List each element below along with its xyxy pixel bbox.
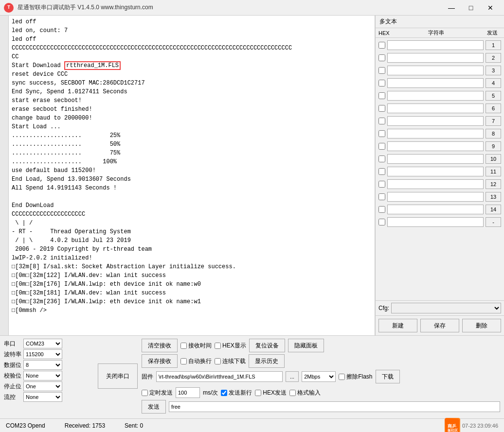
- multitext-title: 多文本: [379, 17, 397, 26]
- str-input-1[interactable]: [387, 40, 484, 50]
- send-btn-13[interactable]: 13: [486, 192, 501, 202]
- send-button[interactable]: 发送: [142, 400, 166, 414]
- str-input-14[interactable]: [387, 205, 484, 214]
- format-input-cb[interactable]: 格式输入: [289, 389, 321, 397]
- hex-checkbox-10[interactable]: [378, 156, 385, 162]
- auto-newline-checkbox[interactable]: [180, 358, 187, 364]
- save-button[interactable]: 保存: [420, 319, 459, 332]
- str-input-3[interactable]: [387, 66, 484, 75]
- send-btn-7[interactable]: 7: [486, 116, 501, 126]
- send-btn-9[interactable]: 9: [486, 141, 501, 151]
- cfg-select[interactable]: [391, 303, 501, 313]
- hex-display-cb[interactable]: HEX显示: [215, 342, 246, 350]
- flow-select[interactable]: None: [23, 392, 62, 402]
- check-select[interactable]: None: [23, 371, 62, 380]
- send-btn-4[interactable]: 4: [486, 78, 501, 88]
- send-btn-1[interactable]: 1: [486, 40, 501, 50]
- str-input-11[interactable]: [387, 167, 484, 176]
- firmware-baud-select[interactable]: 2Mbps1Mbps500kbps: [302, 371, 336, 382]
- show-history-button[interactable]: 显示历史: [249, 354, 285, 368]
- str-input-8[interactable]: [387, 129, 484, 138]
- str-input-13[interactable]: [387, 192, 484, 202]
- send-btn-2[interactable]: 2: [486, 53, 501, 63]
- firmware-path-input[interactable]: [156, 371, 283, 382]
- send-btn-6[interactable]: 6: [486, 104, 501, 113]
- send-btn-3[interactable]: 3: [486, 66, 501, 75]
- new-line-checkbox[interactable]: [221, 390, 227, 396]
- hex-checkbox-8[interactable]: [378, 130, 385, 137]
- send-btn-10[interactable]: 10: [486, 154, 501, 164]
- recv-time-checkbox[interactable]: [180, 343, 187, 349]
- hex-checkbox-2[interactable]: [378, 54, 385, 61]
- continuous-dl-cb[interactable]: 连续下载: [215, 357, 246, 365]
- check-label: 校验位: [4, 372, 21, 380]
- erase-flash-checkbox[interactable]: [339, 374, 345, 380]
- hide-panel-button[interactable]: 隐藏面板: [288, 339, 324, 352]
- hex-checkbox-5[interactable]: [378, 92, 385, 99]
- close-port-button[interactable]: 关闭串口: [98, 363, 138, 389]
- timer-value-input[interactable]: [176, 387, 200, 398]
- hex-display-checkbox[interactable]: [215, 343, 221, 349]
- check-row: 校验位 None: [4, 371, 94, 380]
- format-input-checkbox[interactable]: [289, 390, 296, 396]
- continuous-dl-checkbox[interactable]: [215, 358, 221, 364]
- hex-checkbox-4[interactable]: [378, 80, 385, 86]
- stop-select[interactable]: One: [23, 381, 62, 391]
- port-label: 串口: [4, 340, 21, 348]
- str-input-2[interactable]: [387, 53, 484, 63]
- port-select[interactable]: COM23: [23, 339, 62, 348]
- recv-time-cb[interactable]: 接收时间: [180, 342, 212, 350]
- hex-checkbox-7[interactable]: [378, 118, 385, 124]
- log-line: □[0m□[32m[181] I/WLAN.dev: wlan init suc…: [12, 289, 372, 297]
- new-button[interactable]: 新建: [378, 319, 417, 332]
- hex-checkbox-11[interactable]: [378, 168, 385, 175]
- timer-send-checkbox[interactable]: [142, 390, 148, 396]
- str-input-4[interactable]: [387, 78, 484, 88]
- delete-button[interactable]: 删除: [462, 319, 501, 332]
- hex-checkbox-12[interactable]: [378, 181, 385, 188]
- timer-send-cb[interactable]: 定时发送: [142, 389, 173, 397]
- hex-checkbox-3[interactable]: [378, 67, 385, 74]
- hex-checkbox-13[interactable]: [378, 193, 385, 200]
- send-text-input[interactable]: [169, 401, 500, 412]
- maximize-button[interactable]: □: [461, 0, 481, 16]
- new-line-label: 发送新行: [229, 389, 252, 397]
- minimize-button[interactable]: —: [442, 0, 461, 16]
- str-input-9[interactable]: [387, 141, 484, 151]
- data-select[interactable]: 8: [23, 360, 62, 370]
- send-btn-14[interactable]: 14: [486, 205, 501, 214]
- new-line-cb[interactable]: 发送新行: [221, 389, 252, 397]
- hex-checkbox-15[interactable]: [378, 219, 385, 225]
- firmware-browse-button[interactable]: ...: [286, 371, 299, 382]
- send-btn-dash[interactable]: -: [486, 217, 501, 227]
- svg-text:板社区: 板社区: [447, 428, 458, 432]
- hex-send-checkbox[interactable]: [255, 390, 261, 396]
- send-btn-5[interactable]: 5: [486, 91, 501, 101]
- auto-newline-cb[interactable]: 自动换行: [180, 357, 212, 365]
- log-line: .................... 75%: [12, 149, 372, 157]
- highlight-filename: rtthread_1M.FLS: [64, 61, 121, 70]
- data-label: 数据位: [4, 361, 21, 369]
- hex-checkbox-14[interactable]: [378, 206, 385, 213]
- str-input-6[interactable]: [387, 104, 484, 113]
- hex-send-cb[interactable]: HEX发送: [255, 389, 287, 397]
- close-button[interactable]: ✕: [481, 0, 500, 16]
- send-btn-12[interactable]: 12: [486, 179, 501, 189]
- str-input-12[interactable]: [387, 179, 484, 189]
- send-btn-8[interactable]: 8: [486, 129, 501, 138]
- str-input-15[interactable]: [387, 217, 484, 227]
- reset-device-button[interactable]: 复位设备: [249, 339, 285, 352]
- str-input-5[interactable]: [387, 91, 484, 101]
- download-button[interactable]: 下载: [376, 370, 400, 383]
- send-btn-11[interactable]: 11: [486, 167, 501, 176]
- hex-checkbox-6[interactable]: [378, 105, 385, 112]
- str-input-10[interactable]: [387, 154, 484, 164]
- erase-flash-cb[interactable]: 擦除Flash: [339, 373, 372, 381]
- str-input-7[interactable]: [387, 116, 484, 126]
- clear-receive-button[interactable]: 清空接收: [142, 339, 178, 352]
- hex-checkbox-9[interactable]: [378, 143, 385, 150]
- hex-checkbox-1[interactable]: [378, 42, 385, 49]
- save-receive-button[interactable]: 保存接收: [142, 354, 178, 368]
- baud-select[interactable]: 115200: [23, 349, 62, 359]
- hex-send-label: HEX发送: [263, 389, 287, 397]
